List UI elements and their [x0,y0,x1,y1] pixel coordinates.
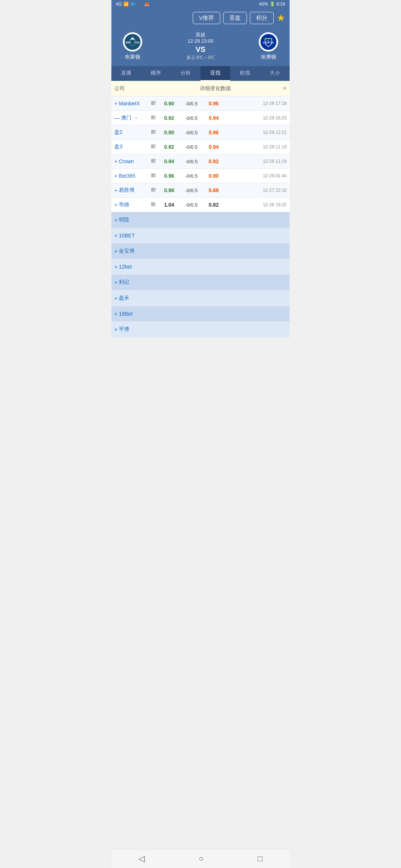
match-time: 12-29 23:00 [149,38,252,44]
home-team: BRIGHTON 布莱顿 [116,32,149,60]
odds1-value: 0.94 [159,158,179,164]
company-name: Crown [119,158,134,164]
expand-icon[interactable]: + [114,295,117,301]
sidebar-item[interactable]: + 平博 [111,322,290,338]
sidebar-item[interactable]: + 利记 [111,274,290,290]
odds1-value: 1.04 [159,202,179,208]
tab-odds[interactable]: 概率 [141,66,171,81]
update-time: 12-29 12:21 [224,130,287,135]
sidebar-item[interactable]: + 盈禾 [111,290,290,306]
handicap-value: -0/0.5 [179,159,203,164]
sidebar-item[interactable]: + 12bet [111,259,290,274]
sidebar-company-name: 盈禾 [119,295,129,302]
company-name-cell: + 易胜博 [114,187,148,194]
match-vs: VS [149,45,252,54]
handicap-value: -0/0.5 [179,144,203,150]
expand-icon[interactable]: + [114,202,117,208]
tab-size[interactable]: 大小 [260,66,290,81]
odds-rows: + ManbetX 即 0.90 -0/0.5 0.96 12-29 17:18… [111,96,290,212]
standings-button[interactable]: 积分 [250,12,274,24]
instant-label: 即 [148,100,159,107]
sidebar-item[interactable]: + 18Bet [111,306,290,322]
collapse-icon[interactable]: — [114,115,120,121]
sidebar-label: + 利记 [114,279,129,286]
odds1-value: 0.92 [159,144,179,150]
expand-icon[interactable]: + [114,158,117,164]
content-area: 公司 详细变化数据 × + ManbetX 即 0.90 -0/0.5 0.96… [111,81,290,360]
instant-label: 即 [148,129,159,136]
instant-label: 即 [148,144,159,150]
sidebar-label: + 18Bet [114,311,133,317]
svg-text:E: E [267,39,269,43]
odds2-value: 0.90 [203,173,224,179]
expand-icon[interactable]: + [114,279,117,285]
company-name-cell: + Crown [114,158,148,164]
sidebar-company-name: 12bet [119,264,132,270]
sidebar-item[interactable]: + 金宝博 [111,243,290,259]
company-name: Bet365 [119,173,135,179]
odds1-value: 0.96 [159,173,179,179]
instant-label: 即 [148,172,159,179]
favorite-button[interactable]: ★ [277,12,285,24]
odds2-value: 0.82 [203,202,224,208]
odds1-value: 0.90 [159,101,179,106]
expand-icon[interactable]: + [114,326,117,332]
company-name-cell: + Bet365 [114,173,148,179]
sidebar-company-name: 18Bet [119,311,133,317]
sidebar-rows: + 明陞 + 10BET + 金宝博 + 12bet + 利记 + 盈禾 + 1… [111,212,290,338]
company-col-header: 公司 [114,85,148,92]
company-name: ManbetX [119,101,140,106]
odds2-value: 0.88 [203,187,224,193]
expand-icon[interactable]: + [114,187,117,193]
away-team-name: 埃弗顿 [261,54,276,60]
trend-arrow-icon: → [133,115,138,121]
table-header: 公司 详细变化数据 × [111,81,290,96]
odds1-value: 0.92 [159,115,179,121]
status-left: 4G 📶 🐦 🎵 🦊 [116,1,150,7]
sidebar-item[interactable]: + 10BET [111,228,290,243]
table-row: — 澳门 → 即 0.92 -0/0.5 0.94 12-29 16:23 [111,111,290,125]
table-row: + ManbetX 即 0.90 -0/0.5 0.96 12-29 17:18 [111,96,290,111]
company-name: 盘3 [114,144,123,150]
sidebar-label: + 12bet [114,264,132,270]
signal-icon: 4G [116,1,122,7]
expand-icon[interactable]: + [114,173,117,179]
odds2-value: 0.94 [203,115,224,121]
sidebar-company-name: 10BET [119,233,135,239]
handicap-value: -0/0.5 [179,202,203,208]
expand-icon[interactable]: + [114,248,117,254]
table-row: 盘2 即 0.90 -0/0.5 0.96 12-29 12:21 [111,125,290,140]
sidebar-label: + 10BET [114,233,135,239]
update-time: 12-29 01:44 [224,173,287,178]
odds2-value: 0.92 [203,158,224,164]
status-right: 40% 🔋 8:24 [259,1,285,7]
v-recommend-button[interactable]: V推荐 [193,12,220,24]
company-name-cell: + ManbetX [114,101,148,106]
tab-asian[interactable]: 亚指 [200,66,230,81]
time-text: 8:24 [277,1,285,7]
expand-icon[interactable]: + [114,217,117,223]
company-name: 澳门 [121,115,131,121]
match-center: 英超 12-29 23:00 VS 多云 8℃ ~ 9℃ [149,32,252,61]
asian-handicap-button[interactable]: 亚盘 [223,12,247,24]
tab-analysis[interactable]: 分析 [171,66,200,81]
tab-live[interactable]: 直播 [111,66,141,81]
odds2-value: 0.96 [203,129,224,135]
update-time: 12-26 19:22 [224,202,287,207]
expand-icon[interactable]: + [114,233,117,239]
sidebar-label: + 平博 [114,326,129,333]
tab-european[interactable]: 欧指 [230,66,260,81]
expand-icon[interactable]: + [114,264,117,270]
wifi-icon: 📶 [123,1,129,7]
odds1-value: 0.90 [159,129,179,135]
instant-label: 即 [148,158,159,165]
close-detail-button[interactable]: × [283,85,287,92]
detail-col-header: 详细变化数据 [148,85,283,92]
sidebar-company-name: 金宝博 [119,248,134,254]
expand-icon[interactable]: + [114,311,117,317]
expand-icon[interactable]: + [114,101,117,106]
home-team-name: 布莱顿 [125,54,140,60]
sidebar-item[interactable]: + 明陞 [111,212,290,228]
instant-label: 即 [148,187,159,194]
sidebar-company-name: 利记 [119,279,129,286]
